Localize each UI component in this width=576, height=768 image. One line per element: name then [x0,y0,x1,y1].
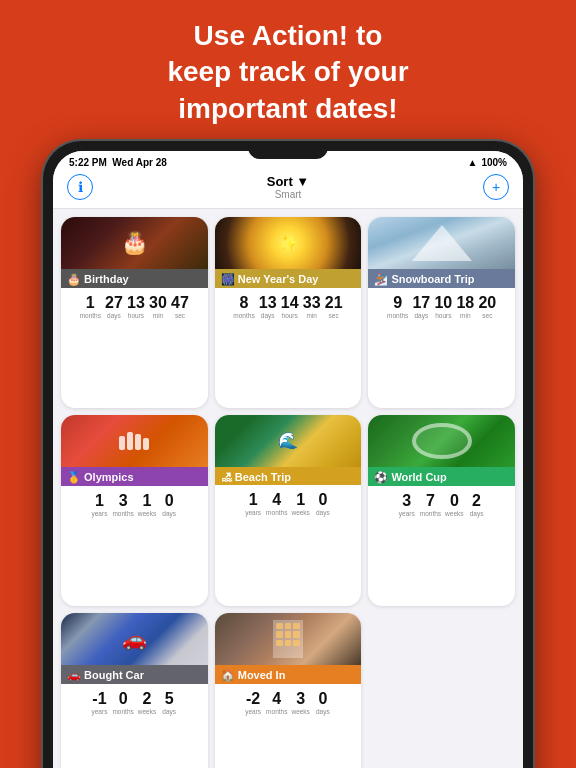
top-bar-center: Sort ▼ Smart [267,174,309,200]
card-worldcup-label: ⚽ World Cup [368,467,515,486]
status-time: 5:22 PM Wed Apr 28 [69,157,167,168]
card-olympics-numbers: 1 years 3 months 1 weeks 0 days [66,489,203,519]
card-worldcup-numbers: 3 years 7 months 0 weeks 2 days [373,489,510,519]
card-car-label: 🚗 Bought Car [61,665,208,684]
camera-notch [248,141,328,159]
card-olympics-label: 🥇 Olympics [61,467,208,486]
card-worldcup-image [368,415,515,467]
hero-line2: keep track of your [167,56,408,87]
add-button[interactable]: + [483,174,509,200]
sort-label[interactable]: Sort ▼ [267,174,309,189]
birthday-days: 27 days [105,295,123,319]
card-movedin-numbers: -2 years 4 months 3 weeks 0 days [220,687,357,717]
birthday-minutes: 30 min [149,295,167,319]
card-beach-numbers: 1 years 4 months 1 weeks 0 days [220,488,357,518]
card-olympics[interactable]: 🥇 Olympics 1 years 3 months 1 weeks [61,415,208,606]
card-birthday-image: 🎂 [61,217,208,269]
card-snowboard-numbers: 9 months 17 days 10 hours 18 min [373,291,510,321]
hero-line3: important dates! [178,93,397,124]
birthday-hours: 13 hours [127,295,145,319]
card-newyear-label: 🎆 New Year's Day [215,269,362,288]
card-car-numbers: -1 years 0 months 2 weeks 5 days [66,687,203,717]
info-button[interactable]: ℹ [67,174,93,200]
card-snowboard-image [368,217,515,269]
card-beach-label: 🏖 Beach Trip [215,467,362,485]
card-birthday[interactable]: 🎂 🎂 Birthday 1 months 27 days 13 h [61,217,208,408]
wifi-icon: ▲ [468,157,478,168]
card-movedin-image [215,613,362,665]
card-snowboard-label: 🏂 Snowboard Trip [368,269,515,288]
card-olympics-image [61,415,208,467]
card-car-image: 🚗 [61,613,208,665]
card-newyear-numbers: 8 months 13 days 14 hours 33 min [220,291,357,321]
hero-line1: Use Action! to [194,20,383,51]
top-bar: ℹ Sort ▼ Smart + [53,170,523,209]
birthday-months: 1 months [80,295,101,319]
card-birthday-numbers: 1 months 27 days 13 hours 30 min [66,291,203,321]
card-movedin[interactable]: 🏠 Moved In -2 years 4 months 3 weeks [215,613,362,769]
card-beach[interactable]: 🌊 🏖 Beach Trip 1 years 4 months 1 [215,415,362,606]
card-beach-image: 🌊 [215,415,362,467]
card-car[interactable]: 🚗 🚗 Bought Car -1 years 0 months 2 [61,613,208,769]
birthday-seconds: 47 sec [171,295,189,319]
card-newyear-image: ✨ [215,217,362,269]
card-movedin-label: 🏠 Moved In [215,665,362,684]
card-newyear[interactable]: ✨ 🎆 New Year's Day 8 months 13 days 14 [215,217,362,408]
hero-text: Use Action! to keep track of your import… [137,0,438,141]
card-birthday-label: 🎂 Birthday [61,269,208,288]
device-screen: 5:22 PM Wed Apr 28 ▲ 100% ℹ Sort ▼ Smart… [53,151,523,768]
sort-sublabel: Smart [275,189,302,200]
device-frame: 5:22 PM Wed Apr 28 ▲ 100% ℹ Sort ▼ Smart… [43,141,533,768]
cards-grid: 🎂 🎂 Birthday 1 months 27 days 13 h [53,209,523,768]
card-worldcup[interactable]: ⚽ World Cup 3 years 7 months 0 weeks [368,415,515,606]
card-snowboard[interactable]: 🏂 Snowboard Trip 9 months 17 days 10 hou… [368,217,515,408]
status-right: ▲ 100% [468,157,507,168]
